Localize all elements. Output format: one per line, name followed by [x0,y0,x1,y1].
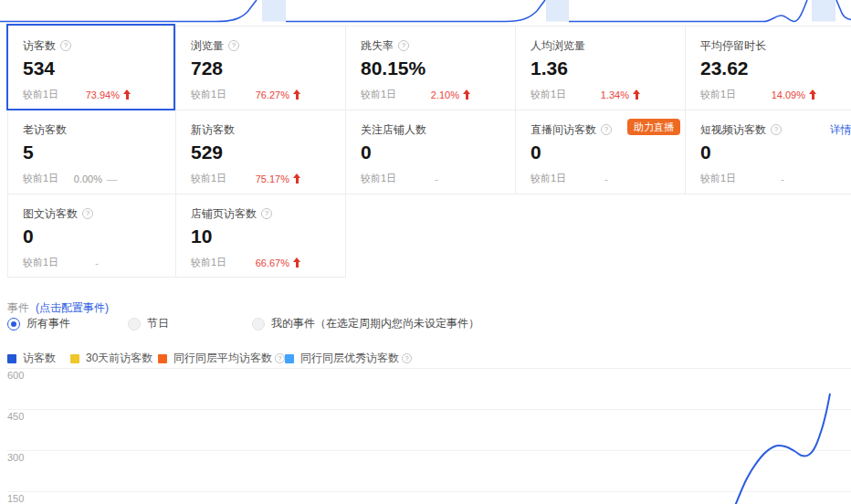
visitors-line [733,394,830,504]
analytics-dashboard: 访客数 534 较前1日 73.94% 浏览量 728 较前1日 76.27% … [0,0,851,504]
visitors-trend-chart[interactable] [0,0,851,504]
